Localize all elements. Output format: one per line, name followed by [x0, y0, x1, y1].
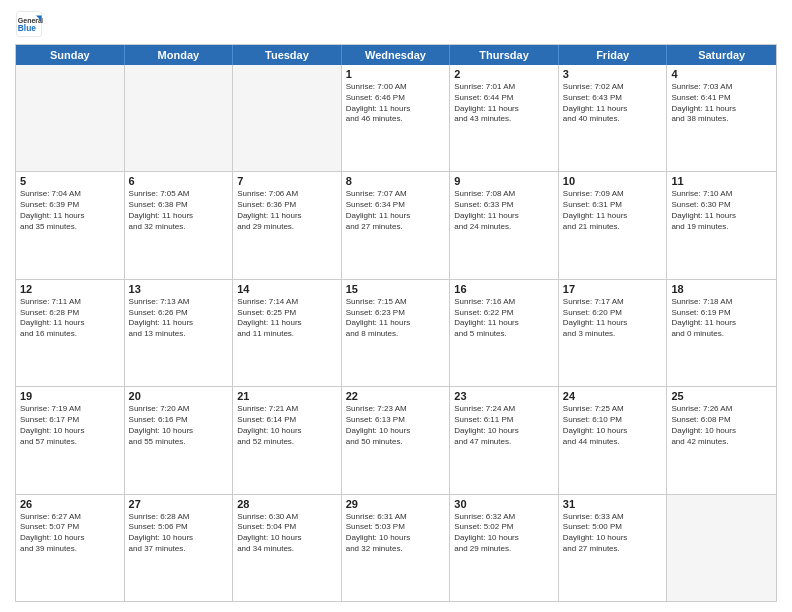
- day-number: 31: [563, 498, 663, 510]
- day-info: Sunrise: 7:01 AM Sunset: 6:44 PM Dayligh…: [454, 82, 554, 125]
- header: General Blue: [15, 10, 777, 38]
- day-info: Sunrise: 7:06 AM Sunset: 6:36 PM Dayligh…: [237, 189, 337, 232]
- day-info: Sunrise: 7:18 AM Sunset: 6:19 PM Dayligh…: [671, 297, 772, 340]
- day-number: 17: [563, 283, 663, 295]
- logo: General Blue: [15, 10, 47, 38]
- day-info: Sunrise: 6:31 AM Sunset: 5:03 PM Dayligh…: [346, 512, 446, 555]
- day-info: Sunrise: 7:04 AM Sunset: 6:39 PM Dayligh…: [20, 189, 120, 232]
- calendar-row-1: 5Sunrise: 7:04 AM Sunset: 6:39 PM Daylig…: [16, 171, 776, 278]
- day-number: 24: [563, 390, 663, 402]
- calendar: SundayMondayTuesdayWednesdayThursdayFrid…: [15, 44, 777, 602]
- day-cell-14: 14Sunrise: 7:14 AM Sunset: 6:25 PM Dayli…: [233, 280, 342, 386]
- day-info: Sunrise: 7:25 AM Sunset: 6:10 PM Dayligh…: [563, 404, 663, 447]
- day-number: 19: [20, 390, 120, 402]
- day-cell-23: 23Sunrise: 7:24 AM Sunset: 6:11 PM Dayli…: [450, 387, 559, 493]
- day-number: 20: [129, 390, 229, 402]
- day-number: 30: [454, 498, 554, 510]
- day-cell-1: 1Sunrise: 7:00 AM Sunset: 6:46 PM Daylig…: [342, 65, 451, 171]
- day-info: Sunrise: 7:16 AM Sunset: 6:22 PM Dayligh…: [454, 297, 554, 340]
- day-cell-15: 15Sunrise: 7:15 AM Sunset: 6:23 PM Dayli…: [342, 280, 451, 386]
- day-number: 8: [346, 175, 446, 187]
- empty-cell-0-1: [125, 65, 234, 171]
- day-info: Sunrise: 6:28 AM Sunset: 5:06 PM Dayligh…: [129, 512, 229, 555]
- day-info: Sunrise: 7:00 AM Sunset: 6:46 PM Dayligh…: [346, 82, 446, 125]
- day-cell-18: 18Sunrise: 7:18 AM Sunset: 6:19 PM Dayli…: [667, 280, 776, 386]
- day-info: Sunrise: 7:19 AM Sunset: 6:17 PM Dayligh…: [20, 404, 120, 447]
- day-cell-30: 30Sunrise: 6:32 AM Sunset: 5:02 PM Dayli…: [450, 495, 559, 601]
- day-number: 21: [237, 390, 337, 402]
- day-number: 25: [671, 390, 772, 402]
- day-info: Sunrise: 7:24 AM Sunset: 6:11 PM Dayligh…: [454, 404, 554, 447]
- day-number: 27: [129, 498, 229, 510]
- day-info: Sunrise: 7:02 AM Sunset: 6:43 PM Dayligh…: [563, 82, 663, 125]
- day-cell-27: 27Sunrise: 6:28 AM Sunset: 5:06 PM Dayli…: [125, 495, 234, 601]
- day-info: Sunrise: 7:13 AM Sunset: 6:26 PM Dayligh…: [129, 297, 229, 340]
- empty-cell-0-2: [233, 65, 342, 171]
- day-cell-5: 5Sunrise: 7:04 AM Sunset: 6:39 PM Daylig…: [16, 172, 125, 278]
- day-number: 26: [20, 498, 120, 510]
- day-cell-6: 6Sunrise: 7:05 AM Sunset: 6:38 PM Daylig…: [125, 172, 234, 278]
- day-number: 29: [346, 498, 446, 510]
- day-cell-31: 31Sunrise: 6:33 AM Sunset: 5:00 PM Dayli…: [559, 495, 668, 601]
- calendar-header: SundayMondayTuesdayWednesdayThursdayFrid…: [16, 45, 776, 65]
- day-number: 28: [237, 498, 337, 510]
- svg-text:Blue: Blue: [18, 23, 36, 33]
- weekday-header-tuesday: Tuesday: [233, 45, 342, 65]
- calendar-row-0: 1Sunrise: 7:00 AM Sunset: 6:46 PM Daylig…: [16, 65, 776, 171]
- day-number: 9: [454, 175, 554, 187]
- day-number: 11: [671, 175, 772, 187]
- day-number: 2: [454, 68, 554, 80]
- day-info: Sunrise: 7:10 AM Sunset: 6:30 PM Dayligh…: [671, 189, 772, 232]
- day-cell-9: 9Sunrise: 7:08 AM Sunset: 6:33 PM Daylig…: [450, 172, 559, 278]
- day-info: Sunrise: 7:17 AM Sunset: 6:20 PM Dayligh…: [563, 297, 663, 340]
- day-info: Sunrise: 7:15 AM Sunset: 6:23 PM Dayligh…: [346, 297, 446, 340]
- day-number: 13: [129, 283, 229, 295]
- day-info: Sunrise: 7:08 AM Sunset: 6:33 PM Dayligh…: [454, 189, 554, 232]
- day-number: 14: [237, 283, 337, 295]
- day-info: Sunrise: 7:23 AM Sunset: 6:13 PM Dayligh…: [346, 404, 446, 447]
- empty-cell-4-6: [667, 495, 776, 601]
- day-cell-21: 21Sunrise: 7:21 AM Sunset: 6:14 PM Dayli…: [233, 387, 342, 493]
- day-cell-26: 26Sunrise: 6:27 AM Sunset: 5:07 PM Dayli…: [16, 495, 125, 601]
- weekday-header-thursday: Thursday: [450, 45, 559, 65]
- weekday-header-friday: Friday: [559, 45, 668, 65]
- empty-cell-0-0: [16, 65, 125, 171]
- day-info: Sunrise: 6:30 AM Sunset: 5:04 PM Dayligh…: [237, 512, 337, 555]
- day-cell-19: 19Sunrise: 7:19 AM Sunset: 6:17 PM Dayli…: [16, 387, 125, 493]
- page: General Blue SundayMondayTuesdayWednesda…: [0, 0, 792, 612]
- day-number: 16: [454, 283, 554, 295]
- weekday-header-saturday: Saturday: [667, 45, 776, 65]
- day-number: 4: [671, 68, 772, 80]
- day-cell-3: 3Sunrise: 7:02 AM Sunset: 6:43 PM Daylig…: [559, 65, 668, 171]
- day-info: Sunrise: 7:09 AM Sunset: 6:31 PM Dayligh…: [563, 189, 663, 232]
- day-info: Sunrise: 6:33 AM Sunset: 5:00 PM Dayligh…: [563, 512, 663, 555]
- day-cell-24: 24Sunrise: 7:25 AM Sunset: 6:10 PM Dayli…: [559, 387, 668, 493]
- day-number: 5: [20, 175, 120, 187]
- day-info: Sunrise: 7:05 AM Sunset: 6:38 PM Dayligh…: [129, 189, 229, 232]
- day-number: 6: [129, 175, 229, 187]
- day-info: Sunrise: 7:11 AM Sunset: 6:28 PM Dayligh…: [20, 297, 120, 340]
- day-number: 18: [671, 283, 772, 295]
- day-info: Sunrise: 7:21 AM Sunset: 6:14 PM Dayligh…: [237, 404, 337, 447]
- day-number: 7: [237, 175, 337, 187]
- day-cell-29: 29Sunrise: 6:31 AM Sunset: 5:03 PM Dayli…: [342, 495, 451, 601]
- day-info: Sunrise: 7:07 AM Sunset: 6:34 PM Dayligh…: [346, 189, 446, 232]
- logo-icon: General Blue: [15, 10, 43, 38]
- day-number: 10: [563, 175, 663, 187]
- day-cell-12: 12Sunrise: 7:11 AM Sunset: 6:28 PM Dayli…: [16, 280, 125, 386]
- weekday-header-wednesday: Wednesday: [342, 45, 451, 65]
- day-cell-25: 25Sunrise: 7:26 AM Sunset: 6:08 PM Dayli…: [667, 387, 776, 493]
- day-cell-20: 20Sunrise: 7:20 AM Sunset: 6:16 PM Dayli…: [125, 387, 234, 493]
- day-cell-10: 10Sunrise: 7:09 AM Sunset: 6:31 PM Dayli…: [559, 172, 668, 278]
- day-number: 1: [346, 68, 446, 80]
- day-info: Sunrise: 7:26 AM Sunset: 6:08 PM Dayligh…: [671, 404, 772, 447]
- day-info: Sunrise: 7:20 AM Sunset: 6:16 PM Dayligh…: [129, 404, 229, 447]
- weekday-header-monday: Monday: [125, 45, 234, 65]
- day-number: 15: [346, 283, 446, 295]
- day-info: Sunrise: 6:27 AM Sunset: 5:07 PM Dayligh…: [20, 512, 120, 555]
- day-info: Sunrise: 6:32 AM Sunset: 5:02 PM Dayligh…: [454, 512, 554, 555]
- calendar-row-3: 19Sunrise: 7:19 AM Sunset: 6:17 PM Dayli…: [16, 386, 776, 493]
- weekday-header-sunday: Sunday: [16, 45, 125, 65]
- day-cell-7: 7Sunrise: 7:06 AM Sunset: 6:36 PM Daylig…: [233, 172, 342, 278]
- day-cell-28: 28Sunrise: 6:30 AM Sunset: 5:04 PM Dayli…: [233, 495, 342, 601]
